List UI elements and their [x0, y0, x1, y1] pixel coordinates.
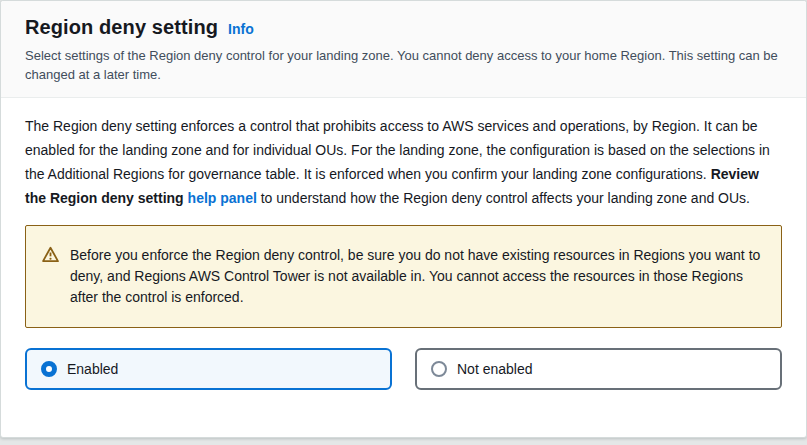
panel-header: Region deny setting Info Select settings… [1, 1, 806, 98]
title-row: Region deny setting Info [25, 16, 782, 39]
tile-not-enabled[interactable]: Not enabled [415, 348, 782, 390]
tile-enabled[interactable]: Enabled [25, 348, 392, 390]
region-deny-description: The Region deny setting enforces a contr… [25, 114, 782, 210]
header-description: Select settings of the Region deny contr… [25, 46, 782, 84]
radio-enabled-icon[interactable] [41, 361, 57, 377]
description-text-1: The Region deny setting enforces a contr… [25, 118, 770, 182]
page-title: Region deny setting [25, 16, 218, 39]
warning-text: Before you enforce the Region deny contr… [70, 245, 765, 308]
region-deny-setting-panel: Region deny setting Info Select settings… [0, 0, 807, 438]
tile-not-enabled-label: Not enabled [457, 361, 533, 377]
description-text-2: to understand how the Region deny contro… [257, 190, 750, 206]
warning-alert: Before you enforce the Region deny contr… [25, 225, 782, 328]
region-deny-options: Enabled Not enabled [25, 348, 782, 390]
help-panel-link[interactable]: help panel [188, 190, 257, 206]
panel-body: The Region deny setting enforces a contr… [1, 98, 806, 408]
warning-triangle-icon [42, 246, 59, 263]
tile-enabled-label: Enabled [67, 361, 118, 377]
radio-not-enabled-icon[interactable] [431, 361, 447, 377]
info-link[interactable]: Info [228, 21, 254, 37]
